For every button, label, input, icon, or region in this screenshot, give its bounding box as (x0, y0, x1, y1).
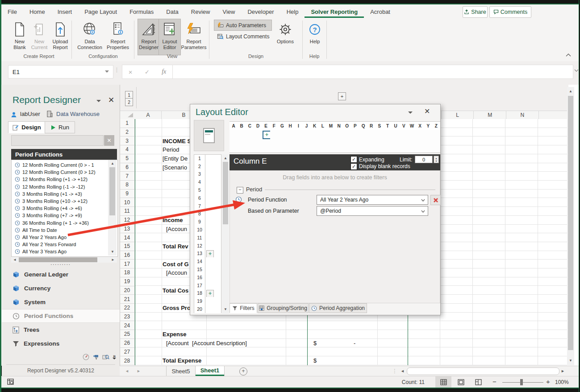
layout-comments-button[interactable]: Layout Comments (214, 31, 275, 42)
dialog-column-G[interactable]: G (278, 121, 287, 130)
dialog-row-cell[interactable] (205, 162, 221, 171)
dialog-vscrollbar[interactable]: ▲ ▼ (222, 154, 229, 314)
section-expressions[interactable]: Expressions (2, 337, 120, 351)
report-properties-button[interactable]: Report Properties (104, 19, 132, 55)
lookup-icon[interactable] (102, 354, 109, 360)
dialog-column-X[interactable]: X (416, 121, 425, 130)
new-sheet-button[interactable]: + (239, 367, 247, 375)
dialog-column-F[interactable]: F (270, 121, 279, 130)
period-function-item[interactable]: 3 Months Rolling (+10 -> +12) (12, 198, 112, 205)
dialog-column-cell[interactable] (367, 130, 376, 153)
expand-formula-bar-icon[interactable] (574, 69, 579, 72)
period-function-item[interactable]: 12 Month Rolling Current (0 > 12) (12, 169, 112, 176)
scroll-thumb[interactable] (223, 162, 228, 224)
dialog-column-cell[interactable] (424, 130, 433, 153)
insert-function-icon[interactable]: fx (162, 68, 166, 75)
dialog-column-L[interactable]: L (319, 121, 327, 130)
dialog-row-cell[interactable] (205, 242, 221, 250)
period-function-item[interactable]: 3 Months Rolling (+1 -> +3) (12, 190, 112, 198)
dialog-row-cell[interactable] (205, 281, 221, 290)
ribbon-tab-data[interactable]: Data (160, 6, 184, 18)
tab-grouping-sorting[interactable]: Grouping/Sorting (258, 303, 309, 313)
dialog-row-18[interactable]: 18 (194, 289, 205, 298)
dialog-column-cell[interactable] (335, 130, 343, 153)
dialog-column-cell[interactable] (311, 130, 319, 153)
clear-search-button[interactable]: ✕ (104, 135, 114, 146)
name-box-dropdown-icon[interactable] (105, 70, 109, 73)
period-function-item[interactable]: All Year 3 Years Ago (12, 248, 112, 255)
dialog-column-cell[interactable] (327, 130, 335, 153)
dialog-column-E[interactable]: E (262, 121, 271, 130)
auto-parameters-button[interactable]: Auto Parameters (214, 20, 272, 31)
expanding-checkbox[interactable]: ✓ (351, 156, 357, 163)
dialog-row-cell[interactable] (205, 186, 221, 194)
pane-dropdown-icon[interactable] (96, 100, 101, 103)
dialog-column-Y[interactable]: Y (424, 121, 433, 130)
dialog-column-B[interactable]: B (238, 121, 246, 130)
report-parameters-button[interactable]: Report Parameters (180, 19, 208, 55)
dialog-row-17[interactable]: 17 (194, 281, 205, 290)
section-period-functions[interactable]: Period Functions (2, 309, 120, 323)
more-tools-icon[interactable]: » (113, 354, 116, 360)
period-function-item[interactable]: All Time to Date (12, 227, 112, 234)
dialog-column-cell[interactable] (319, 130, 327, 153)
dialog-row-10[interactable]: 10 (194, 226, 205, 234)
row-header-16[interactable]: 16 (120, 251, 135, 260)
dialog-row-cell[interactable] (205, 170, 221, 179)
row-header-13[interactable]: 13 (120, 225, 135, 234)
row-header-24[interactable]: 24 (120, 321, 135, 330)
row-header-5[interactable]: 5 (120, 154, 135, 163)
dialog-column-C[interactable]: C (246, 121, 254, 130)
dialog-row-cell[interactable] (205, 218, 221, 226)
row-field-marker[interactable]: + (206, 250, 214, 258)
row-header-9[interactable]: 9 (120, 190, 135, 198)
dialog-close-icon[interactable]: ✕ (424, 107, 430, 116)
dialog-column-cell[interactable] (246, 130, 254, 153)
ribbon-tab-developer[interactable]: Developer (241, 6, 280, 18)
formula-bar-grip[interactable]: ⋮ (114, 66, 120, 73)
dialog-row-20[interactable]: 20 (194, 305, 205, 313)
view-page-layout-button[interactable] (453, 376, 469, 388)
view-page-break-button[interactable] (470, 376, 486, 388)
row-header-21[interactable]: 21 (120, 295, 135, 304)
dialog-column-U[interactable]: U (392, 121, 400, 130)
options-button[interactable]: Options (274, 19, 297, 55)
dialog-row-7[interactable]: 7 (194, 202, 205, 210)
scroll-thumb[interactable] (109, 167, 115, 215)
dialog-column-cell[interactable] (238, 130, 246, 153)
new-blank-button[interactable]: New Blank (8, 19, 31, 55)
dialog-column-P[interactable]: P (351, 121, 359, 130)
ribbon-tab-page-layout[interactable]: Page Layout (78, 6, 123, 18)
gauge-icon[interactable] (83, 354, 89, 360)
dialog-row-cell[interactable] (205, 154, 221, 163)
dialog-row-cell[interactable] (205, 210, 221, 219)
remove-filter-button[interactable] (430, 195, 441, 205)
dialog-row-cell[interactable] (205, 178, 221, 186)
scroll-up-icon[interactable]: ▲ (569, 90, 572, 93)
help-button[interactable]: ? Help (304, 19, 326, 55)
zoom-slider-track[interactable] (502, 382, 543, 383)
row-header-6[interactable]: 6 (120, 163, 135, 172)
outline-level-2-button[interactable]: 2 (125, 98, 133, 106)
dialog-column-cell[interactable] (416, 130, 425, 153)
report-designer-button[interactable]: Report Designer (138, 19, 160, 55)
display-blank-checkbox[interactable]: ✓ (351, 163, 357, 170)
dialog-row-11[interactable]: 11 (194, 234, 205, 242)
section-currency[interactable]: Currency (2, 281, 120, 295)
dialog-column-S[interactable]: S (376, 121, 384, 130)
dialog-column-cell[interactable] (302, 130, 311, 153)
zoom-slider-handle[interactable] (520, 379, 523, 385)
row-header-26[interactable]: 26 (120, 339, 135, 348)
comments-button[interactable]: Comments (489, 6, 531, 18)
dialog-column-H[interactable]: H (286, 121, 295, 130)
collapse-group-button[interactable]: − (237, 187, 243, 194)
row-header-27[interactable]: 27 (120, 348, 135, 357)
hscroll-left-icon[interactable]: ◄ (401, 369, 405, 373)
sheet-prev-icon[interactable]: ◄ (125, 369, 129, 373)
ribbon-tab-formulas[interactable]: Formulas (123, 6, 160, 18)
dialog-row-cell[interactable] (205, 202, 221, 210)
row-header-7[interactable]: 7 (120, 172, 135, 181)
collapse-ribbon-button[interactable] (566, 54, 571, 57)
ribbon-tab-solver-reporting[interactable]: Solver Reporting (305, 6, 364, 18)
dialog-row-cell[interactable] (205, 194, 221, 202)
